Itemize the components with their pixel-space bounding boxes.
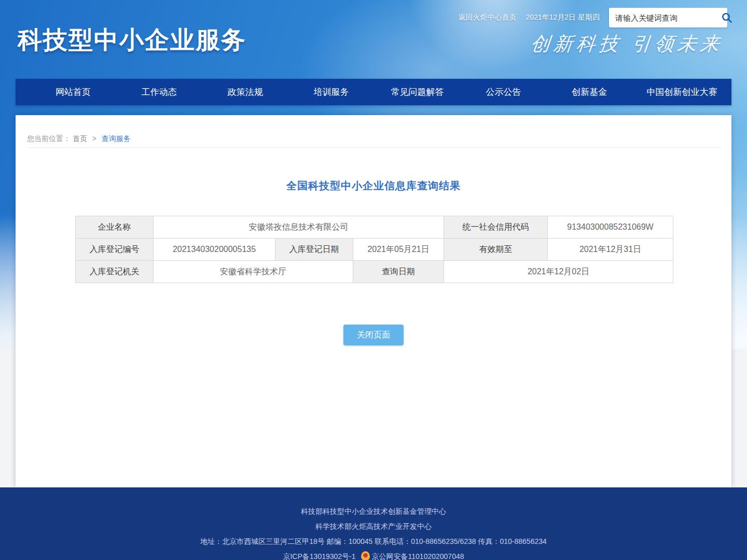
search-icon [721,11,733,24]
reg-date-label: 入库登记日期 [275,239,353,261]
reg-no-label: 入库登记编号 [76,239,154,261]
breadcrumb-home-link[interactable]: 首页 [73,134,87,143]
reg-org-value: 安徽省科学技术厅 [154,261,353,283]
torch-center-home-link[interactable]: 返回火炬中心首页 [459,13,517,22]
footer-org-line-1: 科技部科技型中小企业技术创新基金管理中心 [0,504,747,519]
nav-item-announcement[interactable]: 公示公告 [460,79,546,105]
nav-item-faq[interactable]: 常见问题解答 [375,79,461,105]
page-footer: 科技部科技型中小企业技术创新基金管理中心 科学技术部火炬高技术产业开发中心 地址… [0,487,747,560]
topbar: 返回火炬中心首页 2021年12月2日 星期四 [459,7,727,28]
close-page-button[interactable]: 关闭页面 [343,325,404,345]
nav-item-training[interactable]: 培训服务 [288,79,375,105]
query-date-value: 2021年12月02日 [444,261,673,283]
nav-item-innofund[interactable]: 创新基金 [546,79,632,105]
search-box [609,8,727,27]
page-title: 全国科技型中小企业信息库查询结果 [16,179,731,193]
public-security-record-link[interactable]: 京公网安备11010202007048 [372,552,464,560]
police-emblem-icon [361,551,370,560]
breadcrumb-divider [27,147,721,148]
table-row-company: 企业名称 安徽塔孜信息技术有限公司 统一社会信用代码 9134030008523… [76,216,673,239]
valid-until-value: 2021年12月31日 [548,239,673,261]
table-row-organization: 入库登记机关 安徽省科学技术厅 查询日期 2021年12月02日 [76,261,673,283]
table-row-registration: 入库登记编号 202134030200005135 入库登记日期 2021年05… [76,239,673,261]
breadcrumb-current-link[interactable]: 查询服务 [102,134,131,143]
query-result-table: 企业名称 安徽塔孜信息技术有限公司 统一社会信用代码 9134030008523… [75,216,673,283]
company-name-label: 企业名称 [76,216,154,239]
breadcrumb-label: 您当前位置： [27,134,71,143]
credit-code-value: 91340300085231069W [548,216,673,239]
site-header: 科技型中小企业服务 返回火炬中心首页 2021年12月2日 星期四 创新科技 引… [0,0,747,79]
icp-record-link[interactable]: 京ICP备13019302号-1 [283,552,355,560]
valid-until-label: 有效期至 [444,239,548,261]
current-date-text: 2021年12月2日 星期四 [526,13,600,22]
footer-contact-line: 地址：北京市西城区三里河二区甲18号 邮编：100045 联系电话：010-88… [0,534,747,549]
main-navigation: 网站首页 工作动态 政策法规 培训服务 常见问题解答 公示公告 创新基金 中国创… [16,79,731,105]
content-panel: 您当前位置： 首页 > 查询服务 全国科技型中小企业信息库查询结果 企业名称 安… [16,115,731,487]
reg-org-label: 入库登记机关 [76,261,154,283]
search-input[interactable] [609,13,721,22]
footer-record-line: 京ICP备13019302号-1京公网安备11010202007048 [0,549,747,560]
credit-code-label: 统一社会信用代码 [444,216,548,239]
nav-item-competition[interactable]: 中国创新创业大赛 [632,79,731,105]
reg-date-value: 2021年05月21日 [353,239,444,261]
footer-org-line-2: 科学技术部火炬高技术产业开发中心 [0,519,747,534]
query-date-label: 查询日期 [353,261,444,283]
search-button[interactable] [721,8,733,27]
nav-item-home[interactable]: 网站首页 [30,79,116,105]
nav-item-news[interactable]: 工作动态 [116,79,202,105]
breadcrumb: 您当前位置： 首页 > 查询服务 [27,134,131,144]
breadcrumb-separator: > [92,134,96,143]
nav-item-policy[interactable]: 政策法规 [202,79,288,105]
company-name-value: 安徽塔孜信息技术有限公司 [154,216,444,239]
reg-no-value: 202134030200005135 [154,239,275,261]
site-title: 科技型中小企业服务 [18,24,246,57]
slogan-text: 创新科技 引领未来 [530,31,725,57]
